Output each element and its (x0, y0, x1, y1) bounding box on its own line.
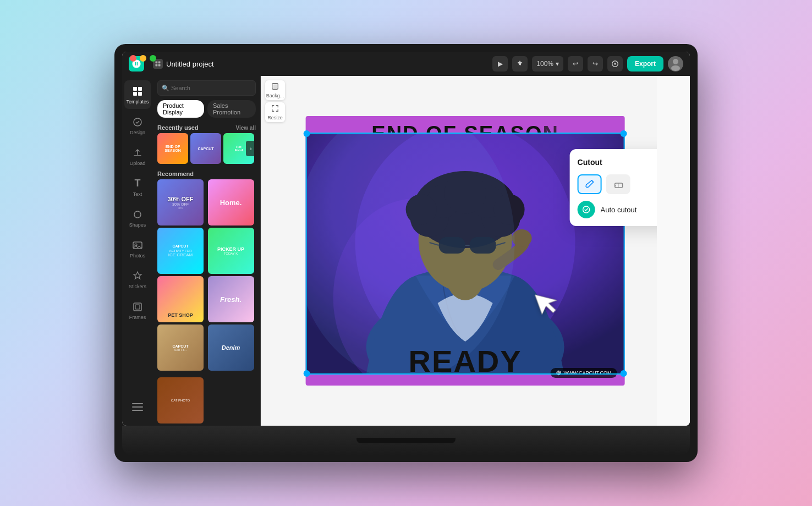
tab-sales-promotion[interactable]: Sales Promotion (207, 100, 256, 118)
svg-rect-16 (134, 303, 141, 311)
app-screen: Untitled project ▶ 100% ▾ ↩ ↪ (122, 52, 690, 426)
sidebar: Templates Design (122, 76, 153, 426)
auto-cutout-icon (578, 201, 595, 218)
auto-cutout-label: Auto cutout (601, 206, 657, 214)
undo-button[interactable]: ↩ (568, 56, 583, 72)
resize-tool[interactable]: Resize (265, 102, 285, 122)
text-icon: T (131, 178, 144, 190)
user-avatar[interactable] (668, 56, 683, 72)
template-4[interactable]: PICKER UP TODAY K (208, 228, 254, 274)
recent-template-2[interactable]: CAPCUT (190, 133, 221, 164)
upload-label: Upload (130, 161, 146, 166)
text-label: Text (133, 191, 142, 197)
svg-rect-9 (138, 87, 142, 91)
svg-rect-22 (273, 84, 277, 88)
maximize-window-button[interactable] (150, 55, 156, 62)
url-text: WWW.CAPCUT.COM (564, 370, 612, 376)
cutout-tools (578, 174, 657, 194)
laptop-notch (356, 438, 456, 443)
template-1[interactable]: 30% OFF 30% OFF 3% (157, 179, 204, 226)
svg-point-7 (671, 65, 680, 71)
sidebar-item-photos[interactable]: Photos (124, 234, 151, 263)
search-input[interactable] (157, 80, 256, 96)
shapes-icon (131, 208, 144, 221)
laptop-base (122, 426, 690, 455)
cutout-eraser-tool[interactable] (606, 174, 630, 194)
template-7[interactable]: CAPCUT San Fr... (157, 324, 204, 371)
stickers-label: Stickers (129, 284, 146, 289)
svg-rect-2 (156, 64, 158, 67)
panel-tabs: Product Display Sales Promotion (153, 100, 260, 122)
scroll-right-button[interactable]: › (246, 141, 256, 156)
project-name: Untitled project (166, 60, 214, 68)
topbar-controls: ▶ 100% ▾ ↩ ↪ (492, 56, 683, 72)
recommend-section: Recommend (153, 168, 260, 179)
svg-rect-19 (132, 406, 143, 408)
canvas-area[interactable]: Backg... Resize (261, 76, 657, 426)
template-6[interactable]: Fresh. (208, 276, 254, 322)
recently-used-label: Recently used (157, 124, 199, 131)
recently-used-section: Recently used View all (153, 122, 260, 133)
upload-icon (131, 147, 144, 159)
svg-rect-0 (156, 62, 158, 64)
cutout-title: Cutout (578, 158, 602, 167)
svg-rect-17 (135, 305, 140, 309)
sidebar-item-text[interactable]: T Text (124, 173, 151, 201)
play-button[interactable]: ▶ (492, 56, 508, 72)
design-label: Design (130, 130, 145, 135)
minimize-window-button[interactable] (140, 55, 146, 62)
right-panel (657, 76, 690, 426)
sidebar-item-design[interactable]: Design (124, 111, 151, 140)
templates-label: Templates (126, 99, 149, 105)
template-9[interactable]: CAT PHOTO (157, 377, 204, 424)
view-all-button[interactable]: View all (235, 125, 256, 131)
template-8[interactable]: Denim (208, 324, 254, 371)
redo-button[interactable]: ↪ (588, 56, 603, 72)
sidebar-more-button[interactable] (124, 393, 151, 421)
svg-rect-20 (132, 410, 143, 411)
window-controls (130, 55, 156, 62)
svg-point-13 (134, 211, 141, 218)
stickers-icon (131, 270, 144, 282)
auto-cutout-row: Auto cutout (578, 201, 657, 218)
sidebar-item-upload[interactable]: Upload (124, 142, 151, 170)
recommend-grid: 30% OFF 30% OFF 3% Home. (153, 179, 260, 375)
svg-rect-10 (133, 92, 137, 96)
recommend-label: Recommend (157, 170, 194, 177)
recent-template-1[interactable]: END OFSEASON (157, 133, 188, 164)
tab-product-display[interactable]: Product Display (157, 100, 204, 118)
frames-label: Frames (129, 315, 146, 320)
sidebar-item-shapes[interactable]: Shapes (124, 204, 151, 232)
design-icon (131, 116, 144, 128)
cutout-brush-tool[interactable] (578, 174, 602, 194)
zoom-chevron: ▾ (556, 60, 559, 68)
template-5[interactable]: PET SHOP (157, 276, 204, 322)
sidebar-item-templates[interactable]: Templates (124, 80, 151, 109)
app-container: Untitled project ▶ 100% ▾ ↩ ↪ (122, 52, 690, 426)
photos-icon (131, 239, 144, 251)
zoom-control[interactable]: 100% ▾ (532, 56, 563, 72)
sidebar-bottom (124, 393, 151, 421)
svg-rect-11 (138, 92, 142, 96)
shapes-label: Shapes (129, 222, 146, 228)
background-icon (271, 82, 279, 92)
zoom-value: 100% (536, 60, 553, 68)
sidebar-item-frames[interactable]: Frames (124, 296, 151, 324)
templates-panel: 🔍 Product Display Sales Promotion Recent… (153, 76, 261, 426)
settings-button[interactable] (607, 56, 623, 72)
template-2[interactable]: Home. (208, 179, 254, 226)
panel-search-wrap: 🔍 (153, 76, 260, 100)
svg-rect-8 (133, 87, 137, 91)
recently-used-grid: END OFSEASON CAPCUT PetFood (153, 133, 260, 168)
resize-icon (271, 105, 279, 114)
export-button[interactable]: Export (627, 56, 663, 72)
cutout-header: Cutout × (578, 157, 657, 168)
background-tool[interactable]: Backg... (265, 80, 285, 100)
template-3[interactable]: CAPCUT ACTIVITY FOR ICE CREAM (157, 228, 204, 274)
more-icon (131, 401, 144, 413)
magic-button[interactable] (512, 56, 528, 72)
svg-point-6 (673, 59, 678, 64)
close-window-button[interactable] (130, 55, 136, 62)
sidebar-item-stickers[interactable]: Stickers (124, 265, 151, 294)
project-info: Untitled project (153, 59, 214, 69)
